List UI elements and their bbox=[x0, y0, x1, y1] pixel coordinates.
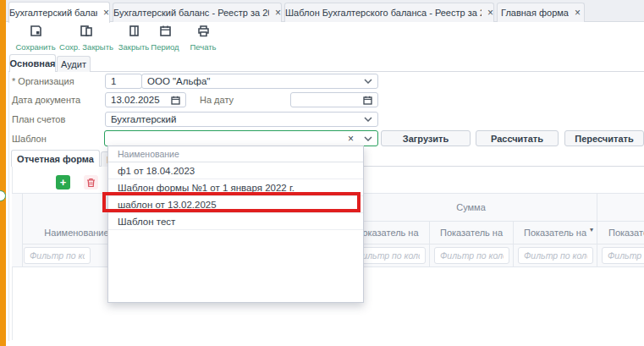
template-label: Шаблон bbox=[12, 134, 47, 144]
plus-icon: + bbox=[60, 177, 67, 188]
close-icon[interactable]: × bbox=[103, 8, 109, 18]
recalculate-button[interactable]: Пересчитать bbox=[564, 130, 644, 146]
save-close-label: Сохр. Закрыть bbox=[59, 42, 113, 52]
delete-row-button[interactable] bbox=[84, 175, 98, 189]
dropdown-column-header: Наименование bbox=[108, 146, 363, 162]
row-selector-column-header bbox=[12, 193, 23, 267]
template-dropdown-list: Наименование ф1 от 18.04.2023 Шаблон фор… bbox=[107, 146, 364, 303]
window-tab-label: Бухгалтерский баланс bbox=[9, 8, 97, 18]
on-date-field[interactable] bbox=[290, 92, 378, 107]
tab-audit[interactable]: Аудит bbox=[57, 56, 91, 72]
window-tab-main-form[interactable]: Главная форма × bbox=[497, 3, 585, 22]
filter-input-indicator-2[interactable] bbox=[434, 247, 509, 264]
close-doc-icon bbox=[129, 25, 140, 37]
print-label: Печать bbox=[190, 42, 216, 52]
add-row-button[interactable]: + bbox=[56, 175, 70, 189]
accent-bar bbox=[0, 0, 6, 346]
organization-name-value: ООО "Альфа" bbox=[147, 76, 361, 86]
chevron-down-icon[interactable] bbox=[364, 117, 372, 122]
window-tab-label: Главная форма bbox=[501, 8, 569, 18]
column-header-indicator-label: Показатель на bbox=[608, 228, 644, 238]
window-tab-label: Шаблон Бухгалтерского баланса - Реестр з… bbox=[285, 8, 482, 18]
period-label: Период bbox=[151, 42, 179, 52]
tab-audit-label: Аудит bbox=[61, 59, 86, 69]
column-header-indicator-2[interactable]: Показатель на bbox=[430, 222, 514, 244]
trash-icon bbox=[86, 178, 96, 188]
calendar-icon[interactable] bbox=[171, 96, 180, 105]
filter-input[interactable] bbox=[603, 248, 644, 263]
column-header-name-label: Наименование bbox=[44, 228, 108, 238]
doc-date-label: Дата документа bbox=[12, 95, 80, 105]
filter-input[interactable] bbox=[435, 248, 509, 263]
on-date-label: На дату bbox=[200, 95, 234, 105]
window-tab-balance-registry[interactable]: Бухгалтерский баланс - Реестр за 2025 г.… bbox=[113, 3, 282, 22]
app-window: Бухгалтерский баланс × Бухгалтерский бал… bbox=[0, 0, 644, 346]
column-header-indicator-label: Показатель на bbox=[355, 228, 418, 238]
window-tab-label: Бухгалтерский баланс - Реестр за 2025 г. bbox=[113, 8, 269, 18]
save-close-button[interactable]: Сохр. Закрыть bbox=[58, 25, 115, 52]
tab-report-form[interactable]: Отчетная форма bbox=[11, 150, 100, 167]
close-icon[interactable]: × bbox=[487, 8, 493, 18]
filter-input-indicator-3[interactable] bbox=[518, 247, 593, 264]
calculate-button-label: Рассчитать bbox=[491, 134, 543, 144]
chart-of-accounts-value: Бухгалтерский bbox=[111, 114, 361, 124]
tab-main-label: Основная bbox=[10, 58, 56, 69]
template-select[interactable]: × bbox=[104, 130, 378, 146]
filter-input-indicator-4[interactable] bbox=[602, 247, 644, 264]
close-doc-label: Закрыть bbox=[118, 42, 150, 52]
tab-report-form-label: Отчетная форма bbox=[17, 154, 94, 164]
print-button[interactable]: Печать bbox=[185, 25, 221, 52]
chart-of-accounts-select[interactable]: Бухгалтерский bbox=[105, 112, 378, 127]
organization-code-value: 1 bbox=[111, 76, 136, 86]
column-header-indicator-3[interactable]: Показатель на bbox=[514, 222, 597, 244]
chevron-down-icon[interactable] bbox=[364, 136, 372, 141]
filter-input[interactable] bbox=[25, 248, 90, 263]
doc-date-value: 13.02.2025 bbox=[111, 95, 168, 105]
save-button[interactable]: Сохранить bbox=[14, 25, 58, 52]
save-icon bbox=[30, 25, 42, 37]
group-header-sum: Сумма bbox=[345, 193, 597, 222]
organization-select[interactable]: ООО "Альфа" bbox=[141, 74, 378, 89]
filter-input-name[interactable] bbox=[24, 247, 91, 264]
column-menu-arrow-icon[interactable]: ▾ bbox=[590, 226, 593, 233]
chevron-down-icon[interactable] bbox=[364, 79, 372, 84]
filter-input[interactable] bbox=[519, 248, 592, 263]
organization-code-field[interactable]: 1 bbox=[105, 74, 142, 89]
chart-of-accounts-label: План счетов bbox=[12, 114, 65, 124]
column-header-indicator-label: Показатель на bbox=[440, 228, 503, 238]
load-button[interactable]: Загрузить bbox=[381, 130, 471, 146]
print-icon bbox=[197, 25, 210, 37]
highlight-red-box bbox=[102, 192, 361, 212]
save-label: Сохранить bbox=[15, 42, 55, 52]
period-calendar-icon bbox=[159, 25, 172, 37]
dropdown-item-f1[interactable]: ф1 от 18.04.2023 bbox=[108, 162, 363, 179]
column-header-indicator-4[interactable]: Показатель на bbox=[597, 222, 644, 244]
close-doc-button[interactable]: Закрыть bbox=[117, 25, 151, 52]
recalculate-button-label: Пересчитать bbox=[575, 134, 633, 144]
doc-date-field[interactable]: 13.02.2025 bbox=[105, 92, 186, 107]
organization-label: * Организация bbox=[12, 76, 74, 86]
calendar-icon[interactable] bbox=[363, 96, 372, 105]
period-button[interactable]: Период bbox=[149, 25, 181, 52]
column-header-indicator-label: Показатель на bbox=[524, 228, 586, 238]
load-button-label: Загрузить bbox=[403, 134, 449, 144]
group-header-right bbox=[597, 193, 644, 222]
dropdown-item-template-test[interactable]: Шаблон тест bbox=[108, 213, 363, 230]
tab-main[interactable]: Основная bbox=[9, 54, 56, 72]
calculate-button[interactable]: Рассчитать bbox=[476, 130, 559, 146]
close-icon[interactable]: × bbox=[575, 8, 581, 18]
clear-icon[interactable]: × bbox=[348, 134, 354, 144]
save-close-icon bbox=[80, 25, 93, 37]
window-tab-template-registry[interactable]: Шаблон Бухгалтерского баланса - Реестр з… bbox=[284, 3, 494, 22]
window-tab-balance[interactable]: Бухгалтерский баланс × bbox=[8, 2, 110, 23]
close-icon[interactable]: × bbox=[275, 8, 281, 18]
group-header-sum-label: Сумма bbox=[456, 202, 486, 212]
